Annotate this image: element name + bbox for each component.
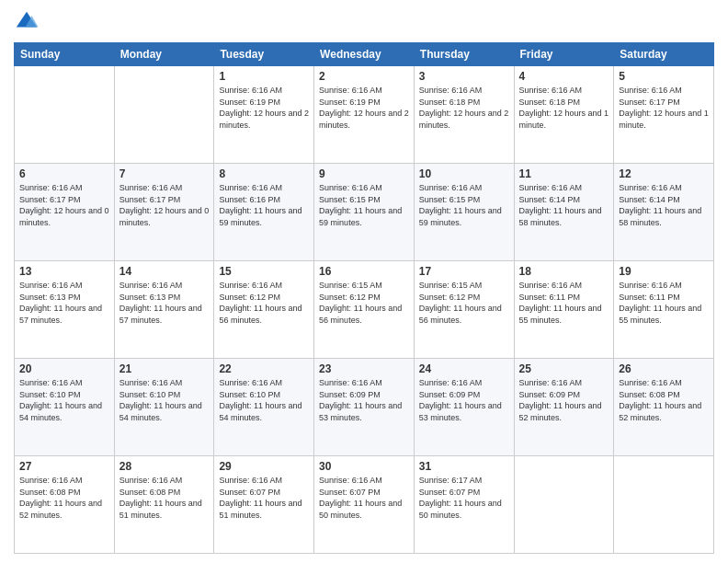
calendar-cell <box>15 66 115 164</box>
cell-info: Sunrise: 6:16 AM Sunset: 6:11 PM Dayligh… <box>519 280 609 326</box>
calendar-cell: 6Sunrise: 6:16 AM Sunset: 6:17 PM Daylig… <box>15 164 115 261</box>
cell-info: Sunrise: 6:16 AM Sunset: 6:15 PM Dayligh… <box>419 182 509 228</box>
day-number: 13 <box>19 265 109 278</box>
weekday-header-thursday: Thursday <box>414 43 514 66</box>
calendar-cell: 15Sunrise: 6:16 AM Sunset: 6:12 PM Dayli… <box>214 261 314 359</box>
calendar-cell: 12Sunrise: 6:16 AM Sunset: 6:14 PM Dayli… <box>614 164 714 261</box>
day-number: 5 <box>619 70 709 83</box>
cell-info: Sunrise: 6:16 AM Sunset: 6:17 PM Dayligh… <box>119 182 210 228</box>
weekday-header-row: SundayMondayTuesdayWednesdayThursdayFrid… <box>15 43 714 66</box>
day-number: 28 <box>119 460 210 473</box>
calendar-cell: 20Sunrise: 6:16 AM Sunset: 6:10 PM Dayli… <box>15 359 115 456</box>
cell-info: Sunrise: 6:16 AM Sunset: 6:15 PM Dayligh… <box>319 182 409 228</box>
calendar-cell <box>114 66 214 164</box>
day-number: 10 <box>419 167 509 180</box>
cell-info: Sunrise: 6:16 AM Sunset: 6:09 PM Dayligh… <box>419 377 509 423</box>
day-number: 16 <box>319 265 409 278</box>
calendar-cell: 23Sunrise: 6:16 AM Sunset: 6:09 PM Dayli… <box>314 359 415 456</box>
day-number: 17 <box>419 265 509 278</box>
day-number: 19 <box>619 265 709 278</box>
weekday-header-friday: Friday <box>514 43 614 66</box>
day-number: 3 <box>419 70 509 83</box>
weekday-header-wednesday: Wednesday <box>314 43 415 66</box>
calendar-cell <box>514 456 614 554</box>
calendar-cell: 13Sunrise: 6:16 AM Sunset: 6:13 PM Dayli… <box>15 261 115 359</box>
cell-info: Sunrise: 6:16 AM Sunset: 6:08 PM Dayligh… <box>19 475 109 521</box>
calendar-cell: 14Sunrise: 6:16 AM Sunset: 6:13 PM Dayli… <box>114 261 214 359</box>
calendar-cell: 2Sunrise: 6:16 AM Sunset: 6:19 PM Daylig… <box>314 66 415 164</box>
calendar-cell: 27Sunrise: 6:16 AM Sunset: 6:08 PM Dayli… <box>15 456 115 554</box>
cell-info: Sunrise: 6:16 AM Sunset: 6:14 PM Dayligh… <box>619 182 709 228</box>
cell-info: Sunrise: 6:16 AM Sunset: 6:16 PM Dayligh… <box>219 182 309 228</box>
weekday-header-saturday: Saturday <box>614 43 714 66</box>
header <box>14 9 714 35</box>
day-number: 7 <box>119 167 210 180</box>
cell-info: Sunrise: 6:16 AM Sunset: 6:11 PM Dayligh… <box>619 280 709 326</box>
calendar-cell: 16Sunrise: 6:15 AM Sunset: 6:12 PM Dayli… <box>314 261 415 359</box>
cell-info: Sunrise: 6:17 AM Sunset: 6:07 PM Dayligh… <box>419 475 509 521</box>
calendar-cell: 25Sunrise: 6:16 AM Sunset: 6:09 PM Dayli… <box>514 359 614 456</box>
calendar-cell: 7Sunrise: 6:16 AM Sunset: 6:17 PM Daylig… <box>114 164 214 261</box>
calendar-cell: 8Sunrise: 6:16 AM Sunset: 6:16 PM Daylig… <box>214 164 314 261</box>
calendar-cell: 17Sunrise: 6:15 AM Sunset: 6:12 PM Dayli… <box>414 261 514 359</box>
day-number: 12 <box>619 167 709 180</box>
week-row-0: 1Sunrise: 6:16 AM Sunset: 6:19 PM Daylig… <box>15 66 714 164</box>
calendar-cell: 4Sunrise: 6:16 AM Sunset: 6:18 PM Daylig… <box>514 66 614 164</box>
logo-icon <box>14 9 40 35</box>
week-row-2: 13Sunrise: 6:16 AM Sunset: 6:13 PM Dayli… <box>15 261 714 359</box>
calendar-cell: 9Sunrise: 6:16 AM Sunset: 6:15 PM Daylig… <box>314 164 415 261</box>
calendar-cell: 21Sunrise: 6:16 AM Sunset: 6:10 PM Dayli… <box>114 359 214 456</box>
day-number: 15 <box>219 265 309 278</box>
day-number: 14 <box>119 265 210 278</box>
week-row-4: 27Sunrise: 6:16 AM Sunset: 6:08 PM Dayli… <box>15 456 714 554</box>
cell-info: Sunrise: 6:16 AM Sunset: 6:07 PM Dayligh… <box>319 475 409 521</box>
day-number: 22 <box>219 362 309 375</box>
day-number: 6 <box>19 167 109 180</box>
day-number: 27 <box>19 460 109 473</box>
cell-info: Sunrise: 6:16 AM Sunset: 6:19 PM Dayligh… <box>319 85 409 131</box>
cell-info: Sunrise: 6:16 AM Sunset: 6:07 PM Dayligh… <box>219 475 309 521</box>
logo <box>14 9 43 35</box>
calendar: SundayMondayTuesdayWednesdayThursdayFrid… <box>14 42 714 554</box>
cell-info: Sunrise: 6:15 AM Sunset: 6:12 PM Dayligh… <box>319 280 409 326</box>
cell-info: Sunrise: 6:16 AM Sunset: 6:17 PM Dayligh… <box>19 182 109 228</box>
cell-info: Sunrise: 6:16 AM Sunset: 6:12 PM Dayligh… <box>219 280 309 326</box>
day-number: 9 <box>319 167 409 180</box>
day-number: 26 <box>619 362 709 375</box>
cell-info: Sunrise: 6:16 AM Sunset: 6:09 PM Dayligh… <box>519 377 609 423</box>
day-number: 25 <box>519 362 609 375</box>
calendar-cell: 18Sunrise: 6:16 AM Sunset: 6:11 PM Dayli… <box>514 261 614 359</box>
calendar-cell: 3Sunrise: 6:16 AM Sunset: 6:18 PM Daylig… <box>414 66 514 164</box>
calendar-cell: 24Sunrise: 6:16 AM Sunset: 6:09 PM Dayli… <box>414 359 514 456</box>
cell-info: Sunrise: 6:16 AM Sunset: 6:10 PM Dayligh… <box>219 377 309 423</box>
page: SundayMondayTuesdayWednesdayThursdayFrid… <box>0 0 728 563</box>
day-number: 29 <box>219 460 309 473</box>
day-number: 31 <box>419 460 509 473</box>
day-number: 30 <box>319 460 409 473</box>
cell-info: Sunrise: 6:16 AM Sunset: 6:10 PM Dayligh… <box>19 377 109 423</box>
week-row-3: 20Sunrise: 6:16 AM Sunset: 6:10 PM Dayli… <box>15 359 714 456</box>
calendar-cell: 26Sunrise: 6:16 AM Sunset: 6:08 PM Dayli… <box>614 359 714 456</box>
calendar-cell: 5Sunrise: 6:16 AM Sunset: 6:17 PM Daylig… <box>614 66 714 164</box>
calendar-cell: 19Sunrise: 6:16 AM Sunset: 6:11 PM Dayli… <box>614 261 714 359</box>
calendar-cell: 22Sunrise: 6:16 AM Sunset: 6:10 PM Dayli… <box>214 359 314 456</box>
day-number: 18 <box>519 265 609 278</box>
day-number: 23 <box>319 362 409 375</box>
calendar-cell: 31Sunrise: 6:17 AM Sunset: 6:07 PM Dayli… <box>414 456 514 554</box>
weekday-header-tuesday: Tuesday <box>214 43 314 66</box>
cell-info: Sunrise: 6:16 AM Sunset: 6:19 PM Dayligh… <box>219 85 309 131</box>
cell-info: Sunrise: 6:15 AM Sunset: 6:12 PM Dayligh… <box>419 280 509 326</box>
day-number: 4 <box>519 70 609 83</box>
calendar-cell: 28Sunrise: 6:16 AM Sunset: 6:08 PM Dayli… <box>114 456 214 554</box>
calendar-cell: 29Sunrise: 6:16 AM Sunset: 6:07 PM Dayli… <box>214 456 314 554</box>
calendar-cell: 30Sunrise: 6:16 AM Sunset: 6:07 PM Dayli… <box>314 456 415 554</box>
day-number: 20 <box>19 362 109 375</box>
calendar-cell: 1Sunrise: 6:16 AM Sunset: 6:19 PM Daylig… <box>214 66 314 164</box>
weekday-header-monday: Monday <box>114 43 214 66</box>
cell-info: Sunrise: 6:16 AM Sunset: 6:18 PM Dayligh… <box>419 85 509 131</box>
cell-info: Sunrise: 6:16 AM Sunset: 6:13 PM Dayligh… <box>119 280 210 326</box>
cell-info: Sunrise: 6:16 AM Sunset: 6:09 PM Dayligh… <box>319 377 409 423</box>
day-number: 8 <box>219 167 309 180</box>
calendar-cell: 11Sunrise: 6:16 AM Sunset: 6:14 PM Dayli… <box>514 164 614 261</box>
day-number: 1 <box>219 70 309 83</box>
